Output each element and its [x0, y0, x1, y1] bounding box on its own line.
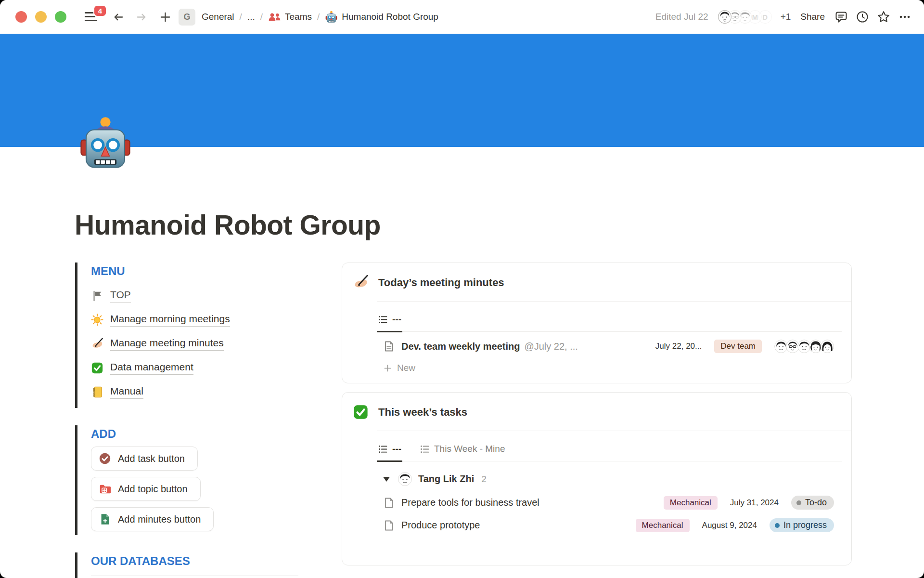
- page-title[interactable]: Humanoid Robot Group: [75, 209, 381, 241]
- breadcrumb-workspace[interactable]: General: [202, 12, 234, 22]
- list-view-icon: [378, 444, 388, 454]
- app-window: 4 G General / ... / Teams / Humanoid Rob…: [0, 0, 924, 578]
- left-column: MENU TOP Manage morning meetings Manage …: [75, 263, 298, 578]
- menu-section: MENU TOP Manage morning meetings Manage …: [75, 263, 298, 408]
- favorite-star-icon[interactable]: [877, 10, 890, 24]
- breadcrumb-separator: /: [240, 12, 242, 22]
- breadcrumb-separator: /: [260, 12, 263, 22]
- plus-icon: [383, 364, 392, 373]
- back-icon[interactable]: [112, 11, 125, 24]
- category-tag[interactable]: Mechanical: [636, 519, 690, 532]
- folder-plus-icon: [99, 483, 111, 495]
- task-row: Produce prototype Mechanical August 9, 2…: [377, 516, 842, 539]
- status-dot: [796, 500, 801, 505]
- menu-link-meeting-minutes[interactable]: Manage meeting minutes: [91, 332, 298, 356]
- avatar: [821, 340, 834, 353]
- notebook-icon: [91, 386, 103, 398]
- menu-section-title: MENU: [91, 264, 298, 278]
- meeting-title[interactable]: Dev. team weekly meeting: [401, 341, 520, 352]
- workspace-chip[interactable]: G: [179, 9, 195, 26]
- task-row: Prepare tools for business travel Mechan…: [377, 491, 842, 516]
- avatar: [717, 9, 732, 25]
- sun-icon: [91, 314, 103, 326]
- collapse-arrow-icon[interactable]: [383, 477, 390, 482]
- meeting-date[interactable]: July 22, 20...: [655, 342, 702, 351]
- breadcrumb-separator: /: [317, 12, 320, 22]
- status-badge[interactable]: To-do: [791, 496, 834, 510]
- view-tabs: ---: [377, 302, 842, 332]
- writing-hand-icon: [91, 338, 103, 350]
- close-window-button[interactable]: [15, 11, 27, 23]
- page-cover[interactable]: [0, 34, 924, 147]
- list-view-icon: [420, 444, 430, 454]
- task-check-icon: [99, 452, 111, 465]
- view-tab-default[interactable]: ---: [377, 314, 402, 332]
- page-icon: [383, 520, 395, 531]
- add-section: ADD Add task button Add topic button Add…: [75, 425, 298, 535]
- meeting-minutes-card: Today’s meeting minutes --- Dev. team we…: [342, 263, 852, 383]
- more-viewers-count[interactable]: +1: [781, 12, 791, 22]
- add-minutes-button[interactable]: Add minutes button: [91, 507, 214, 531]
- weekly-tasks-card: This week’s tasks --- This Week - Mine: [342, 392, 852, 565]
- group-count: 2: [481, 474, 487, 485]
- add-section-title: ADD: [91, 427, 298, 441]
- writing-hand-icon: [353, 275, 369, 290]
- status-badge[interactable]: In progress: [770, 518, 834, 532]
- check-mark-icon: [353, 404, 369, 420]
- menu-link-morning-meetings[interactable]: Manage morning meetings: [91, 308, 298, 332]
- forward-icon[interactable]: [135, 11, 148, 24]
- view-tab-this-week-mine[interactable]: This Week - Mine: [419, 444, 506, 461]
- new-tab-icon[interactable]: [159, 11, 172, 24]
- viewer-avatars[interactable]: M D: [717, 9, 773, 25]
- attendee-avatars: [774, 340, 834, 353]
- notification-badge: 4: [93, 5, 107, 17]
- menu-link-data-management[interactable]: Data management: [91, 356, 298, 380]
- breadcrumb-ellipsis[interactable]: ...: [247, 12, 255, 22]
- add-task-button[interactable]: Add task button: [91, 447, 198, 471]
- task-title[interactable]: Prepare tools for business travel: [401, 497, 539, 508]
- teams-people-icon: [268, 11, 281, 24]
- window-controls: [15, 11, 66, 23]
- category-tag[interactable]: Mechanical: [664, 496, 718, 510]
- view-tabs: --- This Week - Mine: [377, 431, 842, 461]
- breadcrumb-teams[interactable]: Teams: [268, 11, 312, 24]
- page-robot-icon[interactable]: [80, 116, 131, 172]
- menu-link-top[interactable]: TOP: [91, 284, 298, 308]
- minimize-window-button[interactable]: [35, 11, 47, 23]
- divider: [91, 576, 298, 576]
- task-title[interactable]: Produce prototype: [401, 520, 480, 531]
- add-topic-button[interactable]: Add topic button: [91, 477, 201, 501]
- top-bar: 4 G General / ... / Teams / Humanoid Rob…: [0, 0, 924, 34]
- assignee-name[interactable]: Tang Lik Zhi: [418, 473, 474, 485]
- list-view-icon: [378, 315, 388, 325]
- share-button[interactable]: Share: [800, 12, 825, 22]
- view-tab-default[interactable]: ---: [377, 444, 402, 462]
- flag-icon: [91, 289, 103, 302]
- card-title: This week’s tasks: [378, 406, 467, 419]
- page-icon: [383, 341, 395, 352]
- right-column: Today’s meeting minutes --- Dev. team we…: [342, 263, 852, 578]
- check-mark-icon: [91, 362, 103, 374]
- file-plus-icon: [99, 513, 111, 525]
- card-title: Today’s meeting minutes: [378, 276, 504, 289]
- history-icon[interactable]: [856, 10, 869, 24]
- page-icon: [383, 497, 395, 509]
- zoom-window-button[interactable]: [55, 11, 66, 23]
- task-due-date[interactable]: August 9, 2024: [702, 521, 757, 530]
- new-row-button[interactable]: New: [377, 360, 842, 383]
- page-body: MENU TOP Manage morning meetings Manage …: [75, 263, 852, 578]
- sidebar-toggle-icon[interactable]: 4: [85, 11, 99, 23]
- team-tag[interactable]: Dev team: [714, 340, 762, 353]
- breadcrumb: General / ... / Teams / Humanoid Robot G…: [202, 11, 438, 24]
- databases-section-title: OUR DATABASES: [91, 554, 298, 568]
- assignee-avatar: [398, 472, 412, 486]
- assignee-group-row: Tang Lik Zhi 2: [377, 461, 842, 491]
- date-mention[interactable]: @July 22, ...: [524, 341, 578, 352]
- task-due-date[interactable]: July 31, 2024: [730, 498, 779, 508]
- databases-section: OUR DATABASES Minutes DB: [75, 552, 298, 578]
- menu-link-manual[interactable]: Manual: [91, 380, 298, 404]
- comments-icon[interactable]: [834, 10, 848, 24]
- breadcrumb-page[interactable]: Humanoid Robot Group: [325, 11, 438, 24]
- more-ellipsis-icon[interactable]: [898, 10, 911, 24]
- meeting-row: Dev. team weekly meeting @July 22, ... J…: [377, 332, 842, 360]
